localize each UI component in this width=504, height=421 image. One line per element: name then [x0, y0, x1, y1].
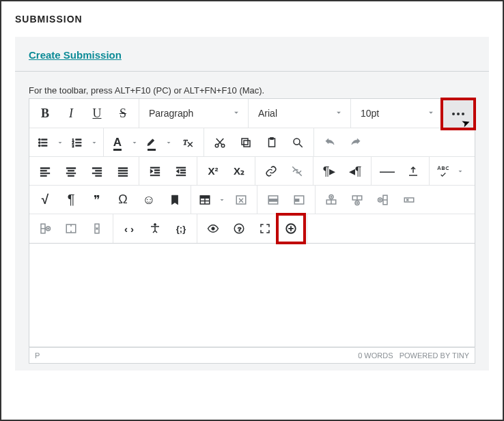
svg-rect-29: [66, 167, 76, 169]
editor-content-area[interactable]: [29, 244, 475, 347]
italic-button[interactable]: I: [58, 100, 84, 127]
toolbar-row-1: B I U S Paragraph Arial 10pt: [29, 99, 475, 128]
table-cell-props-button[interactable]: [286, 186, 312, 214]
clear-formatting-button[interactable]: T: [175, 129, 201, 156]
svg-rect-7: [76, 139, 81, 140]
clear-format-icon: T: [182, 136, 194, 149]
text-color-button[interactable]: A: [107, 129, 141, 156]
insert-row-after-button[interactable]: [344, 186, 370, 214]
word-count[interactable]: 0 WORDS: [358, 351, 393, 360]
svg-rect-37: [118, 167, 128, 169]
align-center-button[interactable]: [58, 158, 84, 185]
delete-row-button[interactable]: [396, 186, 422, 214]
code-sample-button[interactable]: {;}: [168, 215, 194, 242]
align-right-button[interactable]: [84, 158, 110, 185]
group-view: ?: [197, 214, 307, 243]
svg-rect-5: [42, 145, 47, 146]
spellcheck-button[interactable]: ᴀʙᴄ: [432, 158, 466, 185]
svg-rect-39: [118, 173, 128, 174]
insert-col-after-button[interactable]: [32, 215, 58, 242]
outdent-button[interactable]: [168, 158, 194, 185]
svg-point-4: [38, 145, 40, 147]
paste-button[interactable]: [259, 129, 285, 156]
subscript-button[interactable]: X₂: [226, 158, 252, 185]
fullscreen-button[interactable]: [252, 215, 278, 242]
editor-status-bar: P 0 WORDS POWERED BY TINY: [29, 347, 475, 364]
bold-button[interactable]: B: [32, 100, 58, 127]
group-lists: 123: [29, 128, 104, 156]
powered-by[interactable]: POWERED BY TINY: [400, 351, 469, 360]
cut-button[interactable]: [207, 129, 233, 156]
insert-file-button[interactable]: [400, 158, 426, 185]
svg-text:?: ?: [238, 225, 242, 233]
chevron-down-icon: [163, 129, 175, 156]
status-right: 0 WORDS POWERED BY TINY: [358, 351, 469, 360]
svg-point-2: [38, 141, 40, 143]
align-justify-button[interactable]: [110, 158, 136, 185]
bullet-list-icon: [32, 129, 54, 156]
block-format-select[interactable]: Paragraph: [139, 99, 249, 128]
find-replace-button[interactable]: [285, 129, 311, 156]
panel-header: Create Submission: [15, 37, 489, 72]
status-path[interactable]: P: [35, 351, 40, 360]
insert-table-button[interactable]: [194, 186, 228, 214]
group-link: [255, 157, 313, 185]
accessibility-button[interactable]: [142, 215, 168, 242]
editor-toolbar: B I U S Paragraph Arial 10pt: [29, 98, 475, 244]
svg-rect-35: [92, 173, 102, 174]
copy-button[interactable]: [233, 129, 259, 156]
svg-rect-36: [96, 175, 102, 177]
bullet-list-button[interactable]: [32, 129, 66, 156]
preview-button[interactable]: [200, 215, 226, 242]
svg-rect-27: [40, 173, 50, 174]
copy-icon: [240, 136, 252, 149]
emoticons-button[interactable]: ☺: [136, 186, 162, 214]
svg-rect-41: [150, 167, 160, 169]
insert-col-before-button[interactable]: [370, 186, 396, 214]
numbered-list-button[interactable]: 123: [66, 129, 100, 156]
undo-icon: [324, 136, 336, 149]
source-code-button[interactable]: ‹ ›: [116, 215, 142, 242]
add-content-button[interactable]: [278, 215, 304, 242]
ltr-button[interactable]: ¶▸: [316, 158, 342, 185]
underline-button[interactable]: U: [84, 100, 110, 127]
page-title: SUBMISSION: [15, 14, 489, 25]
anchor-button[interactable]: [162, 186, 188, 214]
rtl-button[interactable]: ◂¶: [342, 158, 368, 185]
undo-button[interactable]: [317, 129, 343, 156]
create-submission-link[interactable]: Create Submission: [29, 49, 122, 61]
font-family-select[interactable]: Arial: [249, 99, 351, 128]
blockquote-button[interactable]: ❞: [84, 186, 110, 214]
insert-row-before-button[interactable]: [318, 186, 344, 214]
table-row-props-button[interactable]: [260, 186, 286, 214]
svg-rect-20: [242, 139, 248, 145]
svg-rect-3: [42, 142, 47, 143]
help-button[interactable]: ?: [226, 215, 252, 242]
remove-link-button[interactable]: [284, 158, 310, 185]
horizontal-rule-button[interactable]: —: [374, 158, 400, 185]
highlight-color-button[interactable]: [141, 129, 175, 156]
ellipsis-icon: [452, 113, 464, 115]
chevron-down-icon: [426, 108, 436, 119]
more-toolbar-button[interactable]: ➤: [443, 100, 473, 128]
bookmark-icon: [169, 194, 181, 206]
strikethrough-button[interactable]: S: [110, 100, 136, 127]
special-char-button[interactable]: Ω: [110, 186, 136, 214]
align-justify-icon: [117, 165, 129, 177]
redo-button[interactable]: [343, 129, 369, 156]
math-button[interactable]: √: [32, 186, 58, 214]
svg-point-23: [294, 139, 300, 145]
editor-wrap: For the toolbar, press ALT+F10 (PC) or A…: [15, 72, 489, 371]
delete-table-button[interactable]: [228, 186, 254, 214]
indent-button[interactable]: [142, 158, 168, 185]
merge-cells-button[interactable]: [58, 215, 84, 242]
show-blocks-button[interactable]: ¶: [58, 186, 84, 214]
delete-col-button[interactable]: [84, 215, 110, 242]
svg-rect-45: [176, 167, 186, 169]
insert-link-button[interactable]: [258, 158, 284, 185]
svg-rect-25: [40, 167, 50, 169]
superscript-button[interactable]: X²: [200, 158, 226, 185]
align-left-button[interactable]: [32, 158, 58, 185]
font-size-select[interactable]: 10pt: [351, 99, 443, 128]
group-insert: √ ¶ ❞ Ω ☺: [29, 186, 191, 214]
